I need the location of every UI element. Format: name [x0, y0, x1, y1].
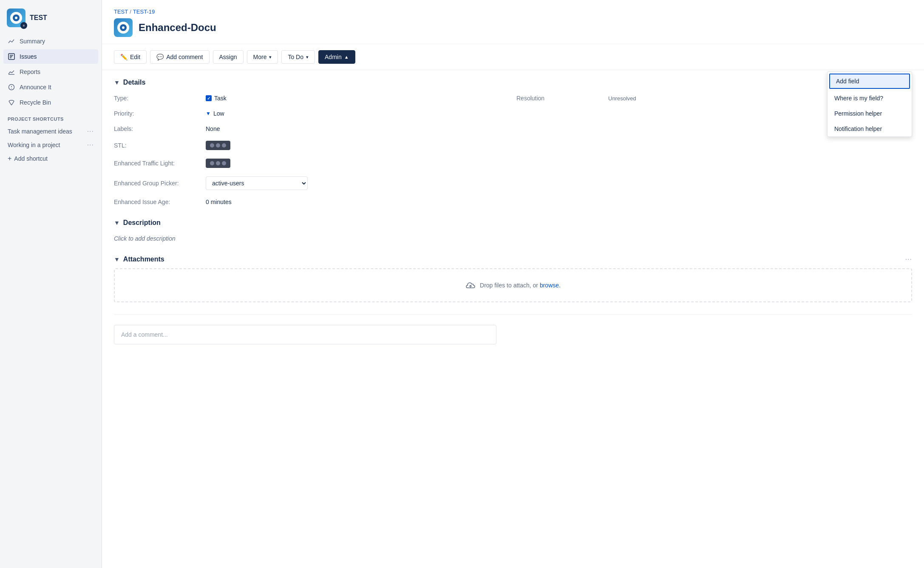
details-section: ▼ Details Type: Task Resolution Unresolv… [114, 79, 912, 207]
breadcrumb-issue-link[interactable]: TEST-19 [133, 9, 155, 15]
toolbar: ✏️ Edit 💬 Add comment Assign More ▾ To D… [102, 44, 924, 70]
admin-dropdown: Add field Where is my field? Permission … [827, 71, 912, 137]
description-section-title: Description [123, 219, 161, 227]
group-picker-label: Enhanced Group Picker: [114, 178, 199, 188]
sidebar-item-label-summary: Summary [20, 38, 45, 45]
priority-value: ▼ Low [206, 108, 510, 119]
breadcrumb: TEST / TEST-19 [114, 9, 912, 15]
shortcut-working-in-project[interactable]: Working in a project ··· [3, 139, 98, 151]
description-placeholder[interactable]: Click to add description [114, 233, 912, 244]
etl-label: Enhanced Traffic Light: [114, 158, 199, 168]
shortcuts-list: Task management ideas ··· Working in a p… [0, 125, 102, 165]
notification-helper-label: Notification helper [834, 125, 882, 132]
drop-text: Drop files to attach, or [480, 282, 540, 289]
dropdown-item-where-is-my-field[interactable]: Where is my field? [828, 91, 912, 106]
attachments-more-icon[interactable]: ··· [905, 256, 912, 263]
issue-title: Enhanced-Docu [139, 22, 216, 34]
attachments-section: ▼ Attachments ··· Drop files to attach, … [114, 256, 912, 302]
details-grid: Type: Task Resolution Unresolved Priorit… [114, 93, 912, 207]
shortcut-task-management[interactable]: Task management ideas ··· [3, 125, 98, 138]
assign-label: Assign [219, 54, 237, 60]
main-content: TEST / TEST-19 Enhanced-Docu ✏️ Edit 💬 A… [102, 0, 924, 568]
description-toggle-icon[interactable]: ▼ [114, 219, 120, 226]
edit-button[interactable]: ✏️ Edit [114, 50, 147, 64]
details-toggle-icon[interactable]: ▼ [114, 79, 120, 86]
stl-dots [206, 141, 230, 150]
sidebar-item-recycle[interactable]: Recycle Bin [3, 95, 98, 110]
sidebar-header: ≡ TEST [0, 5, 102, 34]
recycle-icon [8, 99, 15, 106]
issue-age-label: Enhanced Issue Age: [114, 197, 199, 207]
admin-chevron-icon: ▲ [344, 54, 349, 60]
shortcut-more-icon-working[interactable]: ··· [87, 141, 94, 149]
priority-text: Low [213, 110, 224, 117]
type-text: Task [214, 95, 227, 102]
project-logo: ≡ [7, 9, 26, 27]
comment-input[interactable]: Add a comment... [114, 325, 496, 344]
task-checkbox-icon [206, 95, 212, 101]
etl-dots [206, 159, 230, 168]
details-section-header: ▼ Details [114, 79, 912, 86]
upload-cloud-icon [465, 281, 476, 290]
permission-helper-label: Permission helper [834, 110, 882, 117]
breadcrumb-project-link[interactable]: TEST [114, 9, 128, 15]
todo-label: To Do [288, 54, 303, 60]
add-shortcut-label: Add shortcut [14, 155, 48, 162]
issue-title-row: Enhanced-Docu [114, 18, 912, 37]
priority-arrow-icon: ▼ [206, 111, 211, 116]
stl-dot-1 [210, 143, 214, 148]
more-button[interactable]: More ▾ [247, 50, 278, 64]
sidebar-item-issues[interactable]: Issues [3, 49, 98, 64]
attachments-section-title: Attachments [123, 256, 164, 263]
shortcut-label-working: Working in a project [8, 142, 60, 148]
project-name: TEST [30, 14, 47, 22]
section-divider [114, 314, 912, 315]
add-comment-button[interactable]: 💬 Add comment [150, 50, 209, 64]
more-chevron-icon: ▾ [269, 54, 272, 60]
add-shortcut-button[interactable]: + Add shortcut [3, 152, 98, 165]
admin-button[interactable]: Admin ▲ [318, 50, 355, 64]
shortcut-more-icon-task[interactable]: ··· [87, 128, 94, 135]
announce-icon [8, 83, 15, 91]
reports-icon [8, 68, 15, 76]
file-drop-zone[interactable]: Drop files to attach, or browse. [114, 268, 912, 302]
sidebar-item-label-announce: Announce It [20, 84, 51, 91]
drop-zone-text: Drop files to attach, or browse. [480, 282, 561, 289]
type-value: Task [206, 93, 510, 103]
stl-label: STL: [114, 140, 199, 151]
shortcut-label-task: Task management ideas [8, 128, 72, 135]
sidebar-item-label-issues: Issues [20, 53, 37, 60]
todo-chevron-icon: ▾ [306, 54, 309, 60]
admin-label: Admin [325, 54, 342, 60]
type-label: Type: [114, 93, 199, 103]
sidebar: ≡ TEST Summary Issues [0, 0, 102, 568]
edit-icon: ✏️ [120, 54, 128, 60]
todo-button[interactable]: To Do ▾ [281, 50, 315, 64]
content-area: ▼ Details Type: Task Resolution Unresolv… [102, 70, 924, 568]
resolution-text: Unresolved [608, 95, 636, 102]
assign-button[interactable]: Assign [213, 50, 244, 64]
edit-label: Edit [130, 54, 140, 60]
chart-icon [8, 37, 15, 45]
issue-header: TEST / TEST-19 Enhanced-Docu [102, 0, 924, 44]
etl-dot-1 [210, 161, 214, 165]
attachments-toggle-icon[interactable]: ▼ [114, 256, 120, 263]
description-section-header: ▼ Description [114, 219, 912, 227]
sidebar-item-summary[interactable]: Summary [3, 34, 98, 48]
svg-point-7 [11, 88, 12, 89]
breadcrumb-separator: / [130, 9, 131, 15]
group-picker-select[interactable]: active-users [206, 176, 308, 190]
details-section-title: Details [123, 79, 145, 86]
description-section: ▼ Description Click to add description [114, 219, 912, 244]
sidebar-item-label-reports: Reports [20, 68, 40, 75]
dropdown-item-permission-helper[interactable]: Permission helper [828, 106, 912, 121]
stl-dot-2 [216, 143, 220, 148]
dropdown-item-notification-helper[interactable]: Notification helper [828, 121, 912, 136]
sidebar-item-reports[interactable]: Reports [3, 65, 98, 79]
browse-link[interactable]: browse. [540, 282, 561, 289]
sidebar-item-announce[interactable]: Announce It [3, 80, 98, 94]
plus-icon: + [8, 155, 11, 162]
dropdown-item-add-field[interactable]: Add field [829, 74, 910, 89]
etl-dot-2 [216, 161, 220, 165]
where-field-label: Where is my field? [834, 95, 883, 102]
